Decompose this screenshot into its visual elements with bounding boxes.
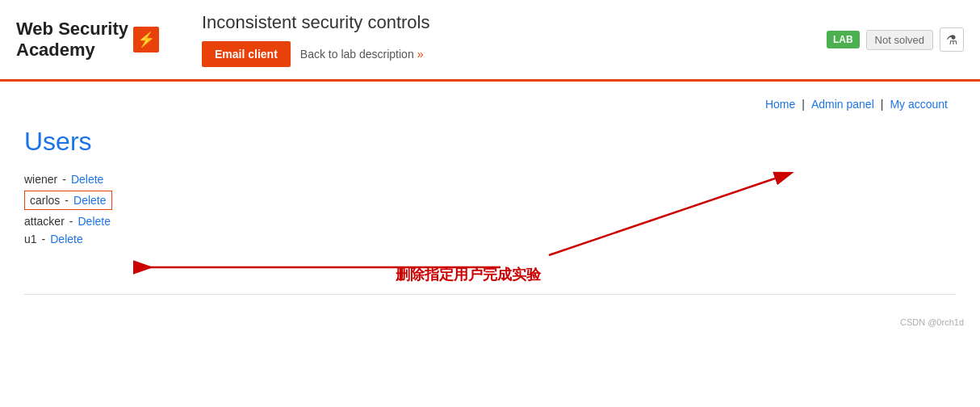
nav-home-link[interactable]: Home [765,98,795,111]
user-separator: - [42,233,46,245]
delete-wiener-link[interactable]: Delete [71,173,103,186]
delete-attacker-link[interactable]: Delete [77,215,110,228]
not-solved-label: Not solved [866,30,933,50]
chevron-right-icon: » [417,48,424,61]
carlos-row: carlos - Delete [24,191,112,210]
lab-badge: LAB [827,31,860,48]
header: Web Security Academy ⚡ Inconsistent secu… [0,0,980,82]
content-separator [24,294,956,295]
nav-admin-panel-link[interactable]: Admin panel [811,98,874,111]
lab-title: Inconsistent security controls [202,12,827,33]
page-title: Users [24,127,956,157]
footer-credit: CSDN @0rch1d [900,317,964,327]
user-name: attacker [24,215,65,228]
nav-separator-1: | [802,98,805,111]
nav-separator-2: | [881,98,884,111]
list-item: carlos - Delete [24,191,956,210]
logo-line2: Academy [16,40,95,60]
nav-bar: Home | Admin panel | My account [24,98,956,111]
header-actions: Email client Back to lab description » [202,41,827,67]
back-link-label: Back to lab description [300,48,414,61]
user-separator: - [69,215,73,228]
logo-name: Web Security Academy [16,19,128,60]
lightning-icon: ⚡ [133,27,159,52]
header-middle: Inconsistent security controls Email cli… [202,12,827,67]
nav-my-account-link[interactable]: My account [890,98,948,111]
logo-text: Web Security Academy [16,19,128,61]
header-right: LAB Not solved ⚗ [827,27,964,52]
delete-carlos-link[interactable]: Delete [73,194,106,207]
user-name: wiener [24,173,57,186]
user-separator: - [62,173,66,186]
main-content: Home | Admin panel | My account Users wi… [0,82,980,311]
flask-icon[interactable]: ⚗ [940,27,964,52]
list-item: wiener - Delete [24,173,956,186]
email-client-button[interactable]: Email client [202,41,291,67]
user-separator: - [65,194,69,207]
delete-u1-link[interactable]: Delete [50,233,82,245]
footer: CSDN @0rch1d [0,311,980,334]
list-item: attacker - Delete [24,215,956,228]
logo-area: Web Security Academy ⚡ [16,19,178,61]
annotation-text: 删除指定用户完成实验 [395,266,542,283]
list-item: u1 - Delete [24,233,956,245]
user-name: u1 [24,233,37,245]
user-name: carlos [30,194,60,207]
logo-line1: Web Security [16,19,128,39]
back-to-lab-link[interactable]: Back to lab description » [300,48,424,61]
users-list: wiener - Delete carlos - Delete attacker… [24,173,956,245]
